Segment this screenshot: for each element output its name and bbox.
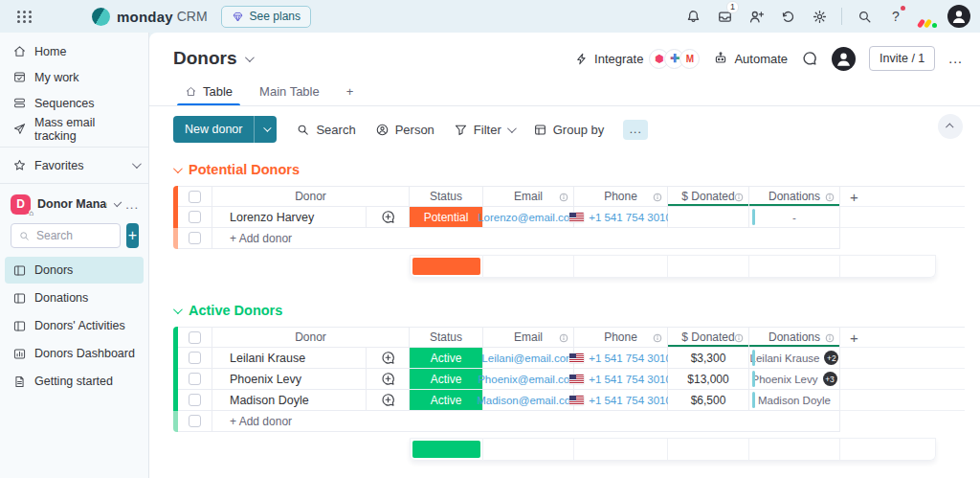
add-column-button[interactable]: + xyxy=(840,327,965,348)
sidebar-item-my-work[interactable]: My work xyxy=(0,64,148,90)
tab-main-table[interactable]: Main Table xyxy=(248,80,331,105)
column-header-phone[interactable]: Phone xyxy=(574,327,668,348)
add-view-button[interactable]: + xyxy=(335,80,366,105)
donor-name-cell[interactable]: Lorenzo Harvey xyxy=(212,207,367,228)
info-icon[interactable] xyxy=(653,332,662,346)
select-all-checkbox[interactable] xyxy=(189,331,201,344)
row-checkbox[interactable] xyxy=(189,394,201,406)
user-avatar[interactable] xyxy=(947,5,970,28)
phone-cell[interactable]: +1 541 754 3010 xyxy=(574,390,668,411)
add-column-button[interactable]: + xyxy=(840,186,965,207)
inbox-icon[interactable]: 1 xyxy=(713,5,736,28)
settings-gear-icon[interactable] xyxy=(808,5,831,28)
donations-cell[interactable]: Leilani Krause+2 xyxy=(749,348,840,369)
status-cell[interactable]: Active xyxy=(410,390,483,411)
row-checkbox[interactable] xyxy=(189,373,201,385)
board-owner-avatar[interactable] xyxy=(832,47,856,71)
email-cell[interactable]: Lorenzo@email.com xyxy=(483,207,574,228)
updates-loop-icon[interactable] xyxy=(776,5,799,28)
column-header-email[interactable]: Email xyxy=(483,186,574,207)
add-board-button[interactable]: + xyxy=(126,223,139,248)
open-item-chat-button[interactable] xyxy=(367,348,410,369)
email-cell[interactable]: Phoenix@email.com xyxy=(483,369,574,390)
donations-cell[interactable]: - xyxy=(749,207,840,228)
column-header-donated[interactable]: $ Donated xyxy=(668,327,749,348)
filter-tool[interactable]: Filter xyxy=(454,123,514,137)
status-cell[interactable]: Active xyxy=(410,348,483,369)
new-donor-button[interactable]: New donor xyxy=(173,116,277,143)
donated-cell[interactable]: $13,000 xyxy=(668,369,749,390)
add-donor-row[interactable]: + Add donor xyxy=(173,411,980,432)
column-header-phone[interactable]: Phone xyxy=(574,186,668,207)
sidebar-item-mass-email-tracking[interactable]: Mass email tracking xyxy=(0,116,148,142)
info-icon[interactable] xyxy=(734,192,744,205)
toolbar-more-button[interactable]: ... xyxy=(623,120,648,140)
info-icon[interactable] xyxy=(653,192,662,205)
sidebar-item-donors[interactable]: Donors xyxy=(5,257,144,284)
select-all-checkbox[interactable] xyxy=(189,191,201,203)
linked-items-count-badge[interactable]: +2 xyxy=(824,351,838,365)
sidebar-item-getting-started[interactable]: Getting started xyxy=(5,368,144,395)
invite-members-icon[interactable] xyxy=(745,5,768,28)
open-item-chat-button[interactable] xyxy=(367,207,410,228)
phone-cell[interactable]: +1 541 754 3010 xyxy=(574,369,668,390)
board-menu-button[interactable]: ... xyxy=(948,51,963,66)
notifications-bell-icon[interactable] xyxy=(681,5,704,28)
donations-cell[interactable]: Madison Doyle xyxy=(749,390,840,411)
phone-cell[interactable]: +1 541 754 3010 xyxy=(574,348,668,369)
add-donor-label[interactable]: + Add donor xyxy=(212,411,840,432)
column-header-donated[interactable]: $ Donated xyxy=(668,186,749,207)
sidebar-item-favorites[interactable]: Favorites xyxy=(0,152,148,178)
email-cell[interactable]: Leilani@email.com xyxy=(483,348,574,369)
discussion-button[interactable] xyxy=(801,50,818,67)
donated-cell[interactable]: $3,300 xyxy=(668,348,749,369)
person-filter-tool[interactable]: Person xyxy=(375,123,434,137)
group-title[interactable]: Potential Donors xyxy=(173,162,980,177)
column-header-donations[interactable]: Donations xyxy=(749,186,840,207)
invite-button[interactable]: Invite / 1 xyxy=(869,46,935,71)
board-title[interactable]: Donors xyxy=(173,48,252,69)
group-by-tool[interactable]: Group by xyxy=(533,123,604,137)
integrate-button[interactable]: Integrate ⬢ ✚ M xyxy=(574,49,700,69)
workspace-menu-button[interactable]: ... xyxy=(125,197,139,212)
info-icon[interactable] xyxy=(825,192,835,205)
status-badge[interactable]: Potential xyxy=(410,207,482,227)
add-donor-label[interactable]: + Add donor xyxy=(212,228,840,249)
donations-cell[interactable]: Phoenix Levy+3 xyxy=(749,369,840,390)
column-header-donations[interactable]: Donations xyxy=(749,327,840,348)
sidebar-item-donors-activities[interactable]: Donors' Activities xyxy=(5,312,144,339)
see-plans-button[interactable]: See plans xyxy=(221,6,311,28)
linked-items-count-badge[interactable]: +3 xyxy=(823,372,837,386)
status-badge[interactable]: Active xyxy=(410,390,482,410)
info-icon[interactable] xyxy=(734,332,744,346)
new-donor-dropdown[interactable] xyxy=(254,116,277,143)
automate-button[interactable]: Automate xyxy=(713,51,788,66)
row-checkbox[interactable] xyxy=(189,352,201,364)
help-icon[interactable]: ? xyxy=(884,5,907,28)
status-cell[interactable]: Active xyxy=(410,369,483,390)
sidebar-item-donations[interactable]: Donations xyxy=(5,285,144,311)
sidebar-search[interactable] xyxy=(11,223,121,248)
status-cell[interactable]: Potential xyxy=(410,207,483,228)
info-icon[interactable] xyxy=(559,332,568,346)
open-item-chat-button[interactable] xyxy=(367,390,410,411)
column-header-status[interactable]: Status xyxy=(410,186,483,207)
phone-cell[interactable]: +1 541 754 3010 xyxy=(574,207,668,228)
info-icon[interactable] xyxy=(559,192,568,205)
donor-name-cell[interactable]: Madison Doyle xyxy=(212,390,367,411)
column-header-status[interactable]: Status xyxy=(410,327,483,348)
status-badge[interactable]: Active xyxy=(410,369,482,389)
row-checkbox[interactable] xyxy=(189,211,201,223)
search-icon[interactable] xyxy=(853,5,876,28)
donor-name-cell[interactable]: Leilani Krause xyxy=(212,348,367,369)
donated-cell[interactable]: $6,500 xyxy=(668,390,749,411)
column-header-email[interactable]: Email xyxy=(483,327,574,348)
status-distribution-cell[interactable] xyxy=(410,438,483,461)
info-icon[interactable] xyxy=(825,332,835,346)
sidebar-item-home[interactable]: Home xyxy=(0,38,148,64)
status-badge[interactable]: Active xyxy=(410,348,482,368)
status-distribution-cell[interactable] xyxy=(410,255,483,278)
monday-mark-icon[interactable] xyxy=(916,5,939,28)
donor-name-cell[interactable]: Phoenix Levy xyxy=(212,369,367,390)
column-header-donor[interactable]: Donor xyxy=(212,327,410,348)
